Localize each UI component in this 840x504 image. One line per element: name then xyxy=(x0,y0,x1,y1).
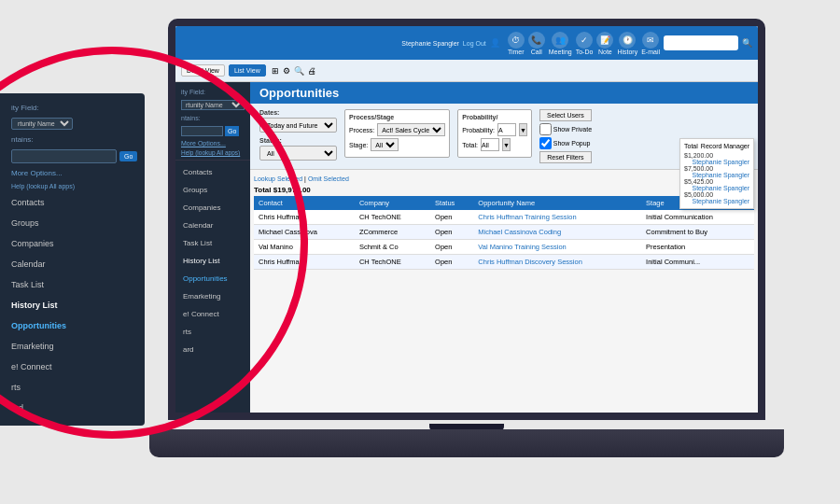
stage-select[interactable]: All xyxy=(371,138,399,151)
lookup-selected-link[interactable]: Lookup Selected xyxy=(254,175,302,182)
go-button[interactable]: Go xyxy=(119,151,137,161)
sidebar-field-label: ity Field: xyxy=(175,86,250,98)
logout-link[interactable]: Log Out xyxy=(463,40,486,47)
cell-stage-4: Initial Communi... xyxy=(641,255,754,270)
field-label: ity Field: xyxy=(0,101,145,115)
opp-link-2[interactable]: Michael Cassinova Coding xyxy=(478,228,561,236)
show-private-cb[interactable] xyxy=(539,123,552,135)
table-row: Val Manino Schmit & Co Open Val Manino T… xyxy=(254,240,754,255)
opp-link-1[interactable]: Chris Huffman Training Session xyxy=(478,213,576,221)
col-company[interactable]: Company xyxy=(355,196,430,210)
sidebar-historylist[interactable]: History List xyxy=(175,252,250,270)
show-popup-cb[interactable] xyxy=(539,137,552,149)
help-link[interactable]: Help (lookup All apps) xyxy=(0,180,145,192)
col-opportunity[interactable]: Opportunity Name xyxy=(473,196,641,210)
nav-dashboard[interactable]: ard xyxy=(0,398,145,418)
sidebar-tasklist[interactable]: Task List xyxy=(175,234,250,252)
popup-rm-3: Stephanie Spangler xyxy=(693,185,750,191)
popup-rm-1: Stephanie Spangler xyxy=(693,159,750,165)
sidebar-groups[interactable]: Groups xyxy=(175,181,250,199)
sidebar-econnect[interactable]: e! Connect xyxy=(175,305,250,323)
probability-box: Probability/ Probability: ▼ Total: ▼ xyxy=(457,109,532,158)
search-field[interactable] xyxy=(11,149,117,163)
opp-link-3[interactable]: Val Manino Training Session xyxy=(478,243,567,251)
sidebar-help-link[interactable]: Help (lookup All apps) xyxy=(175,148,250,157)
stage-label: Stage: xyxy=(349,142,368,148)
nav-econnect[interactable]: e! Connect xyxy=(0,357,145,377)
nav-emarketing[interactable]: Emarketing xyxy=(0,336,145,357)
contains-label: ntains: xyxy=(0,133,145,147)
sidebar-opportunities[interactable]: Opportunities xyxy=(175,270,250,287)
laptop-base xyxy=(149,429,784,457)
list-view-btn[interactable]: List View xyxy=(229,64,266,77)
sidebar-go-btn[interactable]: Go xyxy=(225,126,239,136)
status-select[interactable]: All xyxy=(259,146,337,161)
right-popup-panel: Total Record Manager $1,200.00 Stephanie… xyxy=(679,138,754,209)
content-area: Opportunities Dates: Today and Future St… xyxy=(250,82,758,413)
probability-input[interactable] xyxy=(497,123,516,136)
nav-reports[interactable]: rts xyxy=(0,377,145,398)
detail-view-btn[interactable]: Detail View xyxy=(181,64,225,77)
nav-opportunities[interactable]: Opportunities xyxy=(0,315,145,336)
email-btn[interactable]: ✉E-mail xyxy=(641,32,660,55)
nav-companies[interactable]: Companies xyxy=(0,233,145,254)
reset-filters-btn[interactable]: Reset Filters xyxy=(539,151,592,163)
cell-opp-2: Michael Cassinova Coding xyxy=(473,225,641,240)
cell-status-2: Open xyxy=(430,225,473,240)
cell-stage-3: Presentation xyxy=(641,240,754,255)
sidebar-more-options[interactable]: More Options... xyxy=(175,138,250,148)
cell-status-4: Open xyxy=(430,255,473,270)
rm-col-header: Record Manager xyxy=(701,143,749,149)
status-label: Status: xyxy=(259,137,337,144)
call-btn[interactable]: 📞Call xyxy=(528,32,545,55)
right-filter-options: Select Users Show Private Show Popup Res… xyxy=(539,109,592,163)
nav-task-list[interactable]: Task List xyxy=(0,274,145,295)
total-label: Total: xyxy=(462,142,478,148)
nav-contacts[interactable]: Contacts xyxy=(0,192,145,213)
dates-select[interactable]: Today and Future xyxy=(259,118,337,133)
process-select[interactable]: Act! Sales Cycle xyxy=(377,123,445,136)
total-col-header: Total xyxy=(684,143,698,149)
total-input[interactable] xyxy=(481,138,499,151)
total-btn[interactable]: ▼ xyxy=(502,138,511,151)
cell-stage-1: Initial Communication xyxy=(641,210,754,225)
user-icon: 👤 xyxy=(490,38,500,48)
sidebar-companies[interactable]: Companies xyxy=(175,199,250,217)
timer-btn[interactable]: ⏱Timer xyxy=(508,32,525,55)
nav-calendar[interactable]: Calendar xyxy=(0,254,145,274)
history-btn[interactable]: 🕐History xyxy=(617,32,637,55)
select-users-btn[interactable]: Select Users xyxy=(539,109,592,121)
sidebar-dashboard[interactable]: ard xyxy=(175,341,250,358)
sidebar-emarketing[interactable]: Emarketing xyxy=(175,287,250,305)
nav-history-list[interactable]: History List xyxy=(0,295,145,315)
note-btn[interactable]: 📝Note xyxy=(596,32,613,55)
sidebar-field-select[interactable]: rtunity Name xyxy=(181,100,245,110)
todo-btn[interactable]: ✓To-Do xyxy=(576,32,594,55)
sidebar-contacts[interactable]: Contacts xyxy=(175,163,250,181)
more-options-link[interactable]: More Options... xyxy=(0,166,145,180)
grid-icon: ⊞ xyxy=(272,66,279,76)
sidebar-reports[interactable]: rts xyxy=(175,323,250,341)
search-icon[interactable]: 🔍 xyxy=(742,38,752,48)
col-contact[interactable]: Contact xyxy=(254,196,355,210)
meeting-btn[interactable]: 👥Meeting xyxy=(549,32,572,55)
popup-amount-3: $5,425.00 xyxy=(684,178,713,185)
opp-link-4[interactable]: Chris Huffman Discovery Session xyxy=(478,258,582,266)
search-input[interactable] xyxy=(664,35,738,50)
top-bar: Stephanie Spangler Log Out 👤 ⏱Timer 📞Cal… xyxy=(175,26,758,60)
nav-groups[interactable]: Groups xyxy=(0,213,145,233)
show-private-label: Show Private xyxy=(553,126,592,133)
omit-selected-link[interactable]: Omit Selected xyxy=(308,175,349,182)
probability-label: Probability: xyxy=(462,127,495,133)
sidebar-calendar[interactable]: Calendar xyxy=(175,217,250,234)
laptop-screen: Stephanie Spangler Log Out 👤 ⏱Timer 📞Cal… xyxy=(168,19,765,420)
crm-app: Stephanie Spangler Log Out 👤 ⏱Timer 📞Cal… xyxy=(175,26,758,413)
sidebar-search-input[interactable] xyxy=(181,126,223,136)
field-select[interactable]: rtunity Name xyxy=(11,118,73,130)
page-title: Opportunities xyxy=(250,82,758,104)
probability-btn[interactable]: ▼ xyxy=(519,123,527,136)
dates-filter: Dates: Today and Future Status: All xyxy=(259,109,337,161)
col-status[interactable]: Status xyxy=(430,196,473,210)
top-bar-right: Stephanie Spangler Log Out 👤 ⏱Timer 📞Cal… xyxy=(401,32,752,55)
cell-company-3: Schmit & Co xyxy=(355,240,430,255)
